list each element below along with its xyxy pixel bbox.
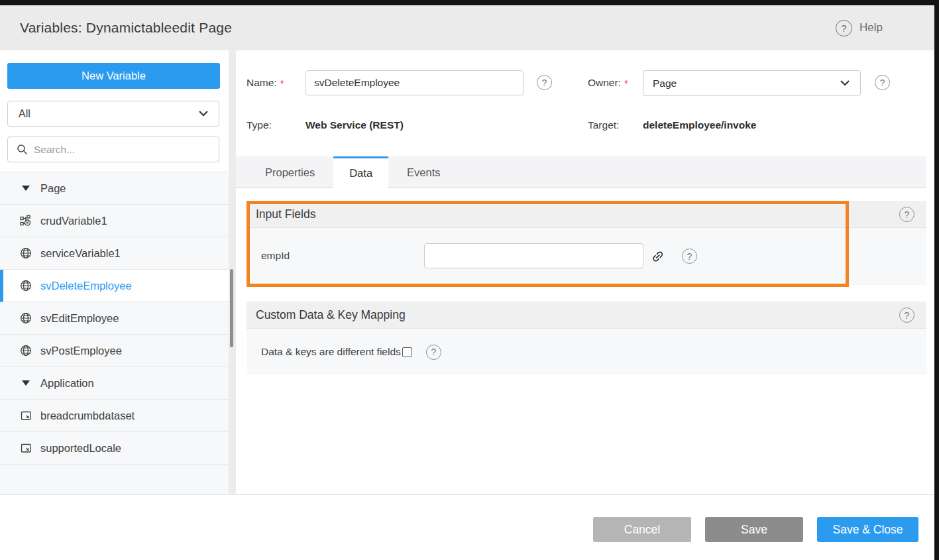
crud-variable-icon (20, 215, 32, 227)
service-variable-icon (20, 280, 32, 292)
cancel-button[interactable]: Cancel (593, 517, 691, 542)
custom-mapping-header: Custom Data & Key Mapping ? (247, 302, 926, 329)
variable-row-crudvariable1[interactable]: crudVariable1 (0, 205, 229, 237)
variable-list: Page crudVariable1 serviceVariable1 sv (0, 172, 229, 494)
input-fields-section: Input Fields ? empId ? (247, 201, 926, 285)
required-asterisk: * (280, 78, 284, 89)
service-variable-icon (20, 247, 32, 259)
variable-search-box (7, 137, 219, 162)
owner-select[interactable]: Page (643, 70, 861, 96)
name-input[interactable] (305, 70, 524, 95)
variable-row-svdeleteemployee[interactable]: svDeleteEmployee (0, 270, 229, 302)
group-row-page[interactable]: Page (0, 172, 229, 205)
name-label-group: Name: * (247, 70, 284, 95)
tab-bar: Properties Data Events (236, 156, 926, 188)
name-help-icon[interactable]: ? (537, 75, 552, 90)
tab-properties[interactable]: Properties (247, 156, 333, 188)
dialog-header: Variables: Dynamictableedit Page ? Help (0, 5, 934, 50)
chevron-down-icon (197, 108, 209, 120)
bind-link-icon[interactable] (647, 246, 667, 266)
model-variable-icon (20, 442, 32, 454)
field-label-empid: empId (261, 228, 290, 284)
sidebar-scrollbar-thumb[interactable] (230, 269, 233, 347)
variable-row-svpostemployee[interactable]: svPostEmployee (0, 335, 229, 367)
variable-row-sveditemployee[interactable]: svEditEmployee (0, 302, 229, 335)
owner-help-icon[interactable]: ? (875, 75, 890, 90)
custom-mapping-section: Custom Data & Key Mapping ? Data & keys … (247, 302, 926, 374)
owner-label: Owner: (588, 77, 621, 89)
help-button[interactable]: ? Help (836, 5, 883, 50)
type-value: Web Service (REST) (305, 113, 404, 138)
service-variable-icon (20, 312, 32, 324)
new-variable-button[interactable]: New Variable (7, 63, 220, 89)
variable-filter-select[interactable]: All (7, 101, 219, 127)
help-icon: ? (836, 20, 852, 36)
footer-divider (0, 494, 934, 495)
target-label: Target: (588, 113, 619, 138)
search-input[interactable] (34, 144, 211, 156)
filter-selected-value: All (19, 108, 197, 120)
input-fields-title: Input Fields (256, 207, 315, 221)
variable-row-breadcrumbdataset[interactable]: breadcrumbdataset (0, 400, 229, 432)
search-icon (16, 144, 28, 156)
save-and-close-button[interactable]: Save & Close (817, 517, 918, 542)
custom-mapping-title: Custom Data & Key Mapping (256, 308, 406, 322)
group-row-application[interactable]: Application (0, 367, 229, 400)
empid-value-input[interactable] (424, 243, 643, 268)
chevron-down-icon (839, 78, 851, 89)
checkbox-label: Data & keys are different fields (261, 346, 401, 358)
input-field-row: empId ? (247, 228, 926, 284)
empid-help-icon[interactable]: ? (682, 249, 697, 264)
tab-data[interactable]: Data (333, 156, 388, 192)
custom-mapping-row: Data & keys are different fields ? (247, 329, 926, 375)
help-label: Help (859, 21, 883, 34)
checkbox-help-icon[interactable]: ? (426, 345, 441, 360)
variable-row-servicevariable1[interactable]: serviceVariable1 (0, 237, 229, 270)
input-fields-header: Input Fields ? (247, 201, 926, 228)
custom-mapping-help-icon[interactable]: ? (899, 308, 914, 323)
type-label: Type: (247, 113, 272, 138)
model-variable-icon (20, 410, 32, 421)
input-fields-help-icon[interactable]: ? (899, 207, 914, 222)
owner-selected-value: Page (653, 78, 839, 89)
target-value: deleteEmployee/invoke (643, 113, 756, 138)
variable-row-supportedlocale[interactable]: supportedLocale (0, 432, 229, 465)
required-asterisk: * (624, 78, 628, 89)
service-variable-icon (20, 345, 32, 357)
save-button[interactable]: Save (705, 517, 803, 542)
name-label: Name: (247, 77, 277, 89)
data-keys-checkbox[interactable] (402, 347, 412, 357)
collapse-triangle-icon (20, 182, 32, 194)
dialog-title: Variables: Dynamictableedit Page (20, 20, 232, 36)
owner-label-group: Owner: * (588, 70, 628, 95)
collapse-triangle-icon (20, 377, 32, 389)
tab-events[interactable]: Events (388, 156, 459, 188)
background-app-strip (0, 0, 939, 5)
